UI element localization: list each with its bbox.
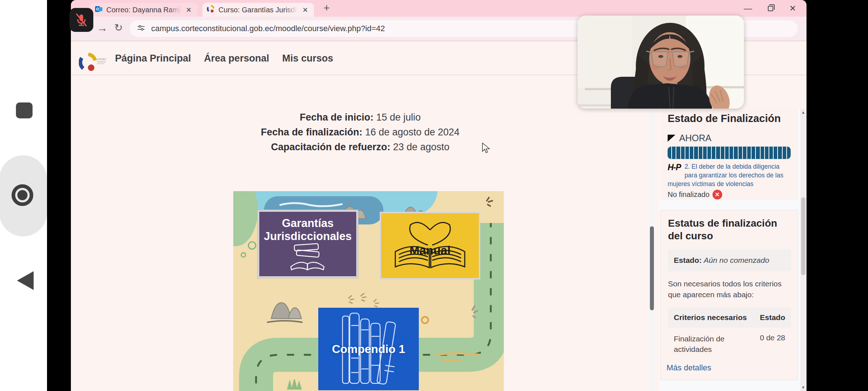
progress-segment [761, 147, 764, 159]
progress-segment [739, 147, 742, 159]
progress-segment [672, 147, 676, 159]
now-marker: AHORA [668, 133, 791, 143]
progress-segment [707, 147, 711, 159]
content-scrollbar[interactable] [650, 109, 654, 391]
stop-recording-button[interactable] [16, 102, 33, 118]
mouse-cursor [482, 143, 491, 155]
close-window-icon[interactable]: ✕ [786, 4, 799, 13]
scroll-up-icon[interactable]: ▲ [800, 110, 806, 114]
progress-segment [685, 147, 689, 159]
progress-segment [681, 147, 685, 159]
tile-compendio-1[interactable]: Compendio 1 [318, 308, 419, 390]
progress-segment [699, 147, 702, 159]
more-details-link[interactable]: Más detalles [667, 363, 790, 373]
progress-segment [690, 147, 693, 159]
course-dates: Fecha de inicio: 15 de julio Fecha de fi… [71, 110, 650, 155]
state-box: Estado: Aún no comenzado [668, 249, 791, 271]
nav-area-personal[interactable]: Área personal [204, 53, 269, 64]
restore-icon[interactable] [764, 4, 777, 13]
tab-title: Curso: Garantías Jurisdiccionale [218, 6, 297, 14]
now-flag-icon [668, 135, 676, 142]
activity-link-row: H-P 2. El deber de la debida diligencia … [668, 162, 791, 188]
drawer-scrollbar[interactable]: ▲ ▼ [800, 109, 806, 391]
outlook-icon [95, 5, 103, 14]
progress-segment [729, 147, 733, 159]
progress-segment [756, 147, 760, 159]
course-status-title: Estatus de finalización del curso [668, 217, 790, 242]
scroll-down-icon[interactable]: ▼ [800, 385, 806, 390]
progress-segment [725, 147, 729, 159]
criteria-cell: Finalización de actividades [674, 333, 739, 354]
close-tab-icon[interactable]: ✕ [301, 6, 310, 14]
table-row: Finalización de actividades 0 de 28 [668, 328, 791, 360]
tab-title-fade [169, 6, 181, 14]
content-scrollbar-thumb[interactable] [650, 226, 654, 310]
minimize-icon[interactable]: — [741, 4, 754, 13]
progress-segment [747, 147, 751, 159]
course-status-block: Estatus de finalización del curso Estado… [660, 210, 798, 380]
state-label: Estado: [674, 256, 704, 264]
progress-segment [743, 147, 746, 159]
progress-segment [668, 147, 671, 159]
window-controls: — ✕ [741, 2, 799, 14]
back-triangle-button[interactable] [17, 271, 34, 290]
books-icon [284, 243, 331, 271]
tile-manual[interactable]: Manual [380, 212, 480, 279]
tile-label: Garantías Jurisdiccionales [261, 217, 355, 243]
reload-icon[interactable]: ↻ [114, 22, 123, 34]
tab-title: Correo: Dayanna Ramírez - Out [106, 6, 181, 14]
progress-segment [778, 147, 782, 159]
activity-link[interactable]: 2. El deber de la debida diligencia para… [668, 163, 783, 188]
progress-segment [769, 147, 773, 159]
date-row: Capacitación de refuerzo: 23 de agosto [71, 140, 650, 155]
state-value: Aún no comenzado [704, 256, 769, 264]
completion-title: Estado de Finalización [668, 112, 791, 125]
tile-label: Manual [381, 244, 479, 257]
nav-mis-cursos[interactable]: Mis cursos [282, 53, 333, 64]
completion-progress-bar[interactable] [668, 147, 791, 159]
progress-segment [712, 147, 715, 159]
drawer-scrollbar-thumb[interactable] [801, 197, 805, 275]
progress-segment [774, 147, 777, 159]
svg-text:CEDEC: CEDEC [97, 58, 106, 61]
progress-segment [716, 147, 720, 159]
mic-muted-button[interactable] [69, 8, 93, 32]
progress-segment [703, 147, 707, 159]
record-button-pill[interactable] [0, 155, 47, 236]
tab-correo-outlook[interactable]: Correo: Dayanna Ramírez - Out ✕ [90, 3, 197, 17]
progress-segment [694, 147, 698, 159]
not-finished-x-icon: ✕ [712, 190, 722, 199]
date-row: Fecha de finalización: 16 de agosto de 2… [71, 125, 650, 140]
tile-garantias-jurisdiccionales[interactable]: Garantías Jurisdiccionales [258, 210, 358, 278]
webcam-overlay[interactable] [578, 16, 744, 109]
forward-icon[interactable]: → [97, 22, 108, 34]
not-finished-row: No finalizado ✕ [668, 190, 791, 199]
course-map-image: Garantías Jurisdiccionales [233, 191, 504, 391]
screen: Correo: Dayanna Ramírez - Out ✕ Curso: G… [0, 0, 868, 391]
progress-segment [765, 147, 769, 159]
close-tab-icon[interactable]: ✕ [184, 6, 193, 14]
cedec-logo-icon[interactable]: CEDEC [79, 53, 106, 73]
criteria-table-header: Criterios necesarios Estado [668, 307, 791, 328]
tile-label: Compendio 1 [318, 342, 419, 356]
main-nav: Página Principal Área personal Mis curso… [115, 41, 333, 75]
record-icon [12, 184, 33, 206]
completion-block: Estado de Finalización AHORA H-P 2. El d… [660, 109, 798, 200]
site-info-tune-icon[interactable] [137, 24, 145, 34]
now-label: AHORA [679, 133, 711, 143]
mic-off-icon [74, 13, 89, 27]
tab-strip: Correo: Dayanna Ramírez - Out ✕ Curso: G… [71, 0, 807, 17]
new-tab-button[interactable]: + [320, 1, 333, 15]
requirement-text: Son necesarios todos los criterios que a… [668, 278, 787, 300]
progress-segment [787, 147, 791, 159]
cedec-logo-icon [207, 5, 215, 14]
progress-segment [676, 147, 680, 159]
not-finished-label: No finalizado [668, 190, 710, 199]
presenter-video [578, 16, 744, 109]
tab-curso-garantias[interactable]: Curso: Garantías Jurisdiccionale ✕ [203, 3, 314, 17]
h5p-icon: H-P [668, 163, 681, 172]
nav-pagina-principal[interactable]: Página Principal [115, 53, 191, 64]
tab-title-fade [285, 6, 297, 14]
progress-segment [752, 147, 755, 159]
criteria-header: Criterios necesarios [674, 313, 747, 322]
